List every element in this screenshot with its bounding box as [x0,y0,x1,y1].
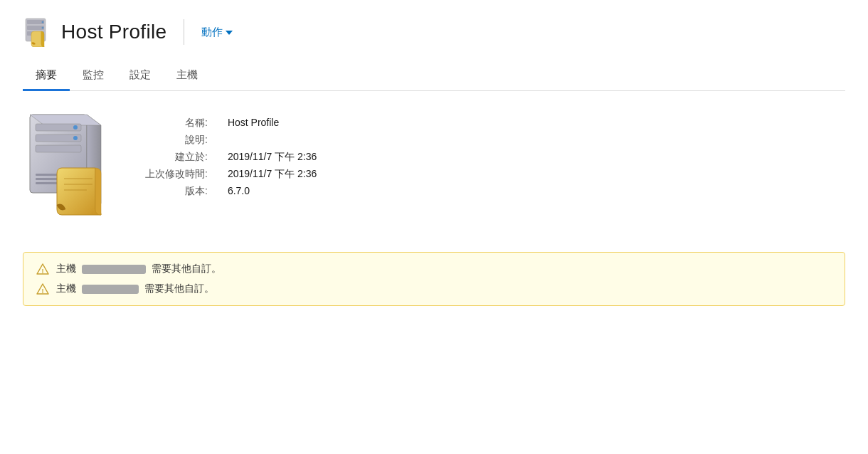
warning-icon-2: ! [36,283,49,295]
description-label: 說明: [145,134,208,147]
svg-text:!: ! [42,268,44,275]
svg-point-4 [42,21,44,23]
warning-text-2: 主機 需要其他自訂。 [56,283,214,295]
page-header: Host Profile 動作 [23,17,845,47]
header-divider [184,19,184,45]
svg-rect-1 [27,20,44,24]
tab-host[interactable]: 主機 [164,61,211,91]
name-label: 名稱: [145,117,208,130]
warning-item-1: ! 主機 需要其他自訂。 [36,263,832,275]
chevron-down-icon [226,31,233,35]
warning-icon-1: ! [36,263,49,275]
warning-text-1: 主機 需要其他自訂。 [56,263,221,275]
modified-label: 上次修改時間: [145,168,208,181]
blurred-host-1 [82,265,146,274]
svg-point-5 [42,27,44,29]
version-label: 版本: [145,185,208,198]
warning-item-2: ! 主機 需要其他自訂。 [36,283,832,295]
blurred-host-2 [82,285,139,294]
created-label: 建立於: [145,151,208,164]
profile-illustration [23,111,122,218]
tab-bar: 摘要 監控 設定 主機 [23,61,845,91]
tab-summary[interactable]: 摘要 [23,61,70,91]
version-value: 6.7.0 [228,185,317,196]
details-section: 名稱: Host Profile 說明: 建立於: 2019/11/7 下午 2… [145,117,317,198]
title-group: Host Profile [23,17,166,47]
tab-monitor[interactable]: 監控 [70,61,117,91]
svg-text:!: ! [42,287,44,295]
svg-rect-11 [36,145,81,152]
warning-box: ! 主機 需要其他自訂。 ! 主機 需要其他自訂。 [23,252,845,306]
action-button[interactable]: 動作 [201,23,233,42]
tab-settings[interactable]: 設定 [117,61,164,91]
content-area: 名稱: Host Profile 說明: 建立於: 2019/11/7 下午 2… [23,111,845,218]
modified-value: 2019/11/7 下午 2:36 [228,168,317,181]
svg-point-13 [73,136,78,140]
host-profile-icon [23,17,53,47]
name-value: Host Profile [228,117,317,128]
svg-rect-2 [27,26,44,30]
page-title: Host Profile [61,21,166,43]
action-label: 動作 [201,26,223,39]
svg-point-12 [73,125,78,130]
created-value: 2019/11/7 下午 2:36 [228,151,317,164]
